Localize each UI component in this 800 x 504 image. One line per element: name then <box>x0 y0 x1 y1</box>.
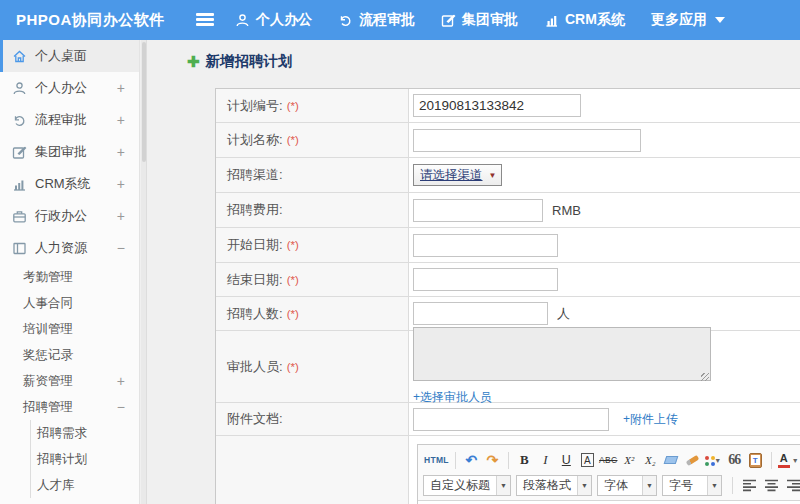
underline-button[interactable]: U <box>557 451 576 470</box>
nav-workflow-approval[interactable]: 流程审批 <box>338 11 415 29</box>
sidebar-item-talent-pool[interactable]: 人才库 <box>31 472 139 498</box>
book-icon <box>12 241 27 256</box>
sidebar-item-workflow-approval[interactable]: 流程审批 + <box>0 104 139 136</box>
form-row-content-editor: HTML ↶ ↷ B I U A ABC X² <box>216 436 800 504</box>
nav-label: 个人办公 <box>256 11 312 29</box>
required-mark: (*) <box>287 239 299 251</box>
attachment-upload-link[interactable]: +附件上传 <box>623 411 678 428</box>
headcount-input[interactable] <box>413 302 548 325</box>
redo-icon[interactable]: ↷ <box>483 451 502 470</box>
channel-select[interactable]: 请选择渠道 ▼ <box>413 164 502 186</box>
recruitment-plan-form: 计划编号: (*) 计划名称: (*) 招聘 <box>215 88 800 504</box>
sidebar-item-label: 人事合同 <box>23 295 73 312</box>
collapse-icon[interactable]: − <box>117 241 125 255</box>
editor-toolbar: HTML ↶ ↷ B I U A ABC X² <box>418 445 800 501</box>
sidebar-item-group-approval[interactable]: 集团审批 + <box>0 136 139 168</box>
nav-group-approval[interactable]: 集团审批 <box>441 11 518 29</box>
plan-name-input[interactable] <box>413 129 641 152</box>
font-size-combo[interactable]: 字号 ▼ <box>662 475 722 496</box>
superscript-button[interactable]: X² <box>620 451 639 470</box>
workflow-icon <box>12 113 27 128</box>
expand-icon[interactable]: + <box>117 81 125 95</box>
sidebar-item-training[interactable]: 培训管理 <box>0 316 139 342</box>
attachment-input[interactable] <box>413 408 609 431</box>
form-row-attachment: 附件文档: +附件上传 <box>216 403 800 436</box>
field-label <box>216 436 409 504</box>
combo-value: 段落格式 <box>517 476 577 495</box>
paste-text-button[interactable]: T <box>746 451 765 470</box>
fee-input[interactable] <box>413 199 543 222</box>
label-text: 计划编号: <box>227 97 283 115</box>
sidebar-item-label: 集团审批 <box>35 143 87 161</box>
sidebar-item-attendance[interactable]: 考勤管理 <box>0 264 139 290</box>
subscript-button[interactable]: X₂ <box>641 451 660 470</box>
align-right-icon[interactable] <box>783 476 800 495</box>
sidebar-item-rewards[interactable]: 奖惩记录 <box>0 342 139 368</box>
format-match-button[interactable] <box>683 451 702 470</box>
label-text: 开始日期: <box>227 236 283 254</box>
sidebar-item-personal-office[interactable]: 个人办公 + <box>0 72 139 104</box>
blockquote-button[interactable]: 66 <box>725 451 744 470</box>
auto-typeset-button[interactable]: ▼ <box>704 451 723 470</box>
nav-label: 流程审批 <box>359 11 415 29</box>
nav-crm-system[interactable]: CRM系统 <box>544 11 625 29</box>
sidebar-item-label: 流程审批 <box>35 111 87 129</box>
expand-icon[interactable]: + <box>117 209 125 223</box>
form-row-end-date: 结束日期: (*) <box>216 263 800 297</box>
source-code-button[interactable]: HTML <box>424 451 449 470</box>
nav-personal-office[interactable]: 个人办公 <box>235 11 312 29</box>
expand-icon[interactable]: + <box>117 145 125 159</box>
strikethrough-button[interactable]: ABC <box>599 451 618 470</box>
sidebar-item-recruit-plan[interactable]: 招聘计划 <box>31 446 139 472</box>
align-center-icon[interactable] <box>761 476 781 495</box>
remove-format-button[interactable] <box>662 451 681 470</box>
approver-textarea[interactable] <box>413 327 711 381</box>
font-border-button[interactable]: A <box>581 453 594 467</box>
sidebar-item-label: 行政办公 <box>35 207 87 225</box>
nav-more-apps[interactable]: 更多应用 <box>651 11 725 29</box>
select-value: 请选择渠道 <box>420 167 483 184</box>
field-label: 审批人员: (*) <box>216 331 409 402</box>
undo-icon[interactable]: ↶ <box>462 451 481 470</box>
align-left-icon[interactable] <box>739 476 759 495</box>
font-color-button[interactable]: A ▼ <box>778 451 799 470</box>
currency-unit: RMB <box>552 203 581 218</box>
collapse-icon[interactable]: − <box>117 400 125 414</box>
italic-button[interactable]: I <box>536 451 555 470</box>
bold-button[interactable]: B <box>515 451 534 470</box>
sidebar-item-recruit-demand[interactable]: 招聘需求 <box>31 420 139 446</box>
expand-icon[interactable]: + <box>117 177 125 191</box>
end-date-input[interactable] <box>413 268 558 291</box>
sidebar-item-recruitment[interactable]: 招聘管理 − <box>0 394 139 420</box>
people-unit: 人 <box>557 305 570 323</box>
sidebar-item-admin-office[interactable]: 行政办公 + <box>0 200 139 232</box>
label-text: 附件文档: <box>227 410 283 428</box>
label-text: 结束日期: <box>227 271 283 289</box>
custom-title-combo[interactable]: 自定义标题 ▼ <box>423 475 511 496</box>
menu-toggle-icon[interactable] <box>196 13 214 27</box>
paragraph-format-combo[interactable]: 段落格式 ▼ <box>516 475 592 496</box>
start-date-input[interactable] <box>413 234 558 257</box>
sidebar-item-crm-system[interactable]: CRM系统 + <box>0 168 139 200</box>
sidebar-item-label: 个人办公 <box>35 79 87 97</box>
sidebar-item-label: 招聘需求 <box>37 425 87 442</box>
sidebar-item-hr-contract[interactable]: 人事合同 <box>0 290 139 316</box>
form-row-fee: 招聘费用: RMB <box>216 193 800 228</box>
page-title: 新增招聘计划 <box>206 52 293 71</box>
sidebar-item-salary[interactable]: 薪资管理 + <box>0 368 139 394</box>
plan-no-input[interactable] <box>413 94 581 117</box>
font-family-combo[interactable]: 字体 ▼ <box>597 475 657 496</box>
required-mark: (*) <box>287 308 299 320</box>
nav-label: CRM系统 <box>565 11 625 29</box>
sidebar-item-personal-desktop[interactable]: 个人桌面 <box>0 40 139 72</box>
label-text: 招聘人数: <box>227 305 283 323</box>
editor-toolbar-row-1: HTML ↶ ↷ B I U A ABC X² <box>423 448 800 472</box>
sidebar-item-human-resources[interactable]: 人力资源 − <box>0 232 139 264</box>
scrollbar-thumb[interactable] <box>142 42 146 162</box>
label-text: 招聘渠道: <box>227 166 283 184</box>
expand-icon[interactable]: + <box>117 374 125 388</box>
editor-toolbar-row-2: 自定义标题 ▼ 段落格式 ▼ 字体 ▼ <box>423 472 800 498</box>
expand-icon[interactable]: + <box>117 113 125 127</box>
form-row-plan-no: 计划编号: (*) <box>216 89 800 123</box>
add-plus-icon: ✚ <box>187 54 200 69</box>
